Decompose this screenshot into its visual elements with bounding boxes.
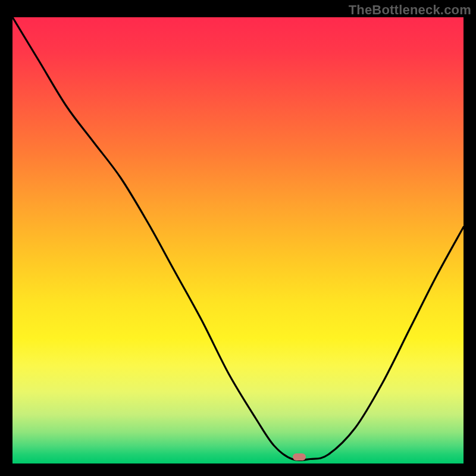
plot-area	[12, 17, 464, 464]
watermark-text: TheBottleneck.com	[349, 2, 471, 18]
minimum-marker	[293, 453, 306, 461]
bottleneck-curve	[12, 17, 464, 464]
chart-frame: TheBottleneck.com	[0, 0, 476, 476]
